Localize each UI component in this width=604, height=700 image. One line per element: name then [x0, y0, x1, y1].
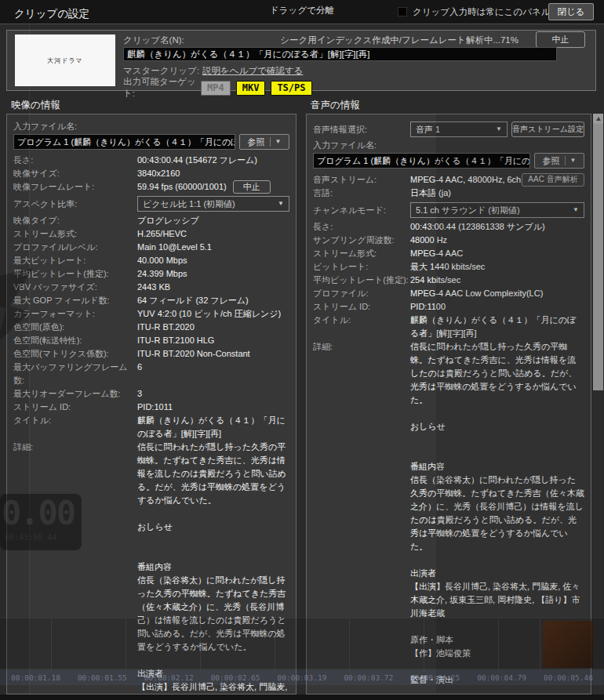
row-value: H.265/HEVC — [137, 227, 187, 241]
audio-info-row: 長さ: 00:43:00.44 (123861338 サンプル) — [313, 220, 584, 234]
audio-select[interactable]: 音声 1 ▼ — [410, 122, 508, 137]
row-value: ITU-R BT.2100 HLG — [137, 334, 214, 347]
audio-select-value: 音声 1 — [416, 124, 440, 136]
aspect-ratio-select[interactable]: ピクセル比 1:1 (初期値) ▼ — [137, 196, 289, 212]
audio-info-panel: 音声情報選択: 音声 1 ▼ 音声ストリーム設定 入力ファイル名: プログラム … — [306, 114, 591, 695]
close-button[interactable]: 閉じる — [548, 3, 594, 20]
row-value: 3840x2160 — [137, 167, 180, 180]
row-label: 色空間(転送特性): — [13, 334, 137, 347]
language-label: 言語: — [313, 187, 410, 200]
clip-name-input[interactable]: 麒麟（きりん）がくる（４１）「月にのぼる者」[解][字][再] — [123, 47, 557, 61]
audio-stream-row: 音声ストリーム: MPEG-4 AAC, 48000Hz, 6ch (PID A… — [313, 172, 584, 187]
framerate-value: 59.94 fps (60000/1001) — [137, 180, 227, 194]
video-title-value: 麒麟（きりん）がくる（４１）「月にのぼる者」[解][字][再] — [137, 414, 289, 441]
video-detail-row: 詳細: 信長に問われたが隠し持った久秀の平蜘蛛。たずねてきた秀吉に、光秀は情報を… — [13, 441, 289, 695]
index-abort-button[interactable]: 中止 — [536, 31, 585, 48]
scrollbar-up-arrow-icon[interactable] — [593, 114, 603, 124]
audio-select-label: 音声情報選択: — [313, 124, 410, 136]
video-title-label: タイトル: — [13, 414, 137, 427]
output-targets-label: 出力可能ターゲット: — [123, 76, 201, 100]
channel-mode-select[interactable]: 5.1 ch サラウンド (初期値) ▼ — [410, 202, 584, 218]
row-label: プロファイル/レベル: — [13, 241, 137, 254]
aspect-ratio-row: アスペクト比率: ピクセル比 1:1 (初期値) ▼ — [13, 196, 289, 212]
row-value: 00:43:00.44 (123861338 サンプル) — [410, 220, 545, 234]
row-value: ITU-R BT.2020 Non-Constant — [137, 347, 250, 361]
audio-detail-label: 詳細: — [313, 340, 410, 354]
row-label: 平均ビットレート(推定): — [313, 274, 410, 287]
chevron-down-icon: ▼ — [496, 126, 502, 132]
audio-info-row: サンプリング周波数: 48000 Hz — [313, 234, 584, 247]
video-info-row: 長さ: 00:43:00.44 (154672 フレーム) — [13, 154, 289, 167]
row-label: 長さ: — [13, 154, 137, 167]
row-value: 24.399 Mbps — [137, 267, 187, 281]
audio-info-row: ストリーム形式: MPEG-4 AAC — [313, 247, 584, 260]
drag-to-detach-label[interactable]: ドラッグで分離 — [270, 5, 334, 16]
video-detail-value: 信長に問われたが隠し持った久秀の平蜘蛛。たずねてきた秀吉に、光秀は情報を流したの… — [137, 441, 289, 695]
video-info-row: 映像タイプ: プログレッシブ — [13, 214, 289, 227]
masterclip-label: マスタークリップ: — [123, 66, 199, 75]
audio-stream-value: MPEG-4 AAC, 48000Hz, 6ch (PID — [410, 175, 522, 184]
row-label: プロファイル: — [313, 287, 410, 300]
thumbnail-text: 大河ドラマ — [47, 56, 83, 65]
masterclip-row: マスタークリップ:説明をヘルプで確認する — [123, 65, 303, 77]
video-info-row: 最大 GOP フィールド数: 64 フィールド (32 フレーム) — [13, 294, 289, 307]
divider — [270, 137, 271, 147]
scrollbar-thumb[interactable] — [593, 124, 603, 390]
video-browse-button[interactable]: 参照 ▼ — [239, 134, 289, 150]
channel-mode-label: チャンネルモード: — [313, 205, 410, 216]
video-info-row: カラーフォーマット: YUV 4:2:0 (10 ビット/ch 圧縮レンジ) — [13, 307, 289, 321]
audio-info-row: プロファイル: MPEG-4 AAC Low Complexity(LC) — [313, 287, 584, 300]
divider — [565, 156, 566, 165]
target-mkv-badge[interactable]: MKV — [236, 81, 266, 96]
audio-title-value: 麒麟（きりん）がくる（４１）「月にのぼる者」[解][字][再] — [410, 314, 584, 340]
clip-summary-box: 大河ドラマ クリップ名(N): シーク用インデックス作成中/フレームレート解析中… — [6, 30, 596, 91]
audio-stream-settings-button[interactable]: 音声ストリーム設定 — [511, 122, 584, 137]
row-label: ストリーム形式: — [13, 227, 137, 241]
row-label: 最大リオーダーフレーム数: — [13, 387, 137, 401]
video-input-file-field[interactable]: プログラム 1 (麒麟（きりん）がくる（４１）「月にのぼる者」[解][字][再]… — [13, 134, 235, 150]
audio-title-label: タイトル: — [313, 314, 410, 327]
row-label: 色空間(原色): — [13, 321, 137, 334]
audio-detail-value: 信長に問われたが隠し持った久秀の平蜘蛛。たずねてきた秀吉に、光秀は情報を流したの… — [410, 340, 584, 695]
row-label: 長さ: — [313, 220, 410, 234]
row-label: 最大ビットレート: — [13, 254, 137, 267]
video-info-panel: 入力ファイル名: プログラム 1 (麒麟（きりん）がくる（４１）「月にのぼる者」… — [6, 114, 297, 695]
video-browse-label: 参照 — [248, 136, 265, 148]
aspect-ratio-value: ピクセル比 1:1 (初期値) — [143, 198, 235, 210]
audio-browse-button[interactable]: 参照 ▼ — [534, 153, 584, 169]
video-input-file-label: 入力ファイル名: — [13, 121, 289, 132]
row-label: 平均ビットレート(推定): — [13, 267, 137, 281]
framerate-abort-button[interactable]: 中止 — [233, 180, 271, 194]
row-label: サンプリング周波数: — [313, 234, 410, 247]
row-value: 最大 1440 kbits/sec — [410, 260, 485, 274]
video-info-row: 最大リオーダーフレーム数: 3 — [13, 387, 289, 401]
target-tsps-badge[interactable]: TS/PS — [271, 81, 311, 96]
row-value: 254 kbits/sec — [410, 274, 460, 287]
audio-panel-scrollbar[interactable] — [593, 114, 603, 695]
row-value: 64 フィールド (32 フレーム) — [137, 294, 249, 307]
top-bar: クリップの設定 ドラッグで分離 クリップ入力時は常にこのパネルを開く 閉じる — [0, 0, 604, 24]
row-value: PID:1100 — [410, 300, 446, 314]
row-value: MPEG-4 AAC Low Complexity(LC) — [410, 287, 543, 300]
index-progress-status: シーク用インデックス作成中/フレームレート解析中...71% — [280, 34, 518, 46]
row-value: YUV 4:2:0 (10 ビット/ch 圧縮レンジ) — [137, 307, 281, 321]
framerate-label: 映像フレームレート: — [13, 180, 137, 194]
audio-input-file-field[interactable]: プログラム 1 (麒麟（きりん）がくる（４１）「月にのぼる者」[解][字][再]… — [313, 153, 530, 169]
row-value: 48000 Hz — [410, 234, 447, 247]
video-info-row: プロファイル/レベル: Main 10@Level 5.1 — [13, 241, 289, 254]
video-info-row: 最大ビットレート: 40.000 Mbps — [13, 254, 289, 267]
video-info-row: 色空間(原色): ITU-R BT.2020 — [13, 321, 289, 334]
video-info-row: 色空間(マトリクス係数): ITU-R BT.2020 Non-Constant — [13, 347, 289, 361]
page-title: クリップの設定 — [14, 7, 89, 21]
aac-analyze-button[interactable]: AAC 音声解析 — [522, 173, 584, 187]
audio-language-row: 言語: 日本語 (ja) — [313, 187, 584, 200]
aspect-ratio-label: アスペクト比率: — [13, 198, 137, 210]
open-panel-checkbox[interactable] — [398, 7, 407, 16]
chevron-down-icon: ▼ — [573, 207, 579, 213]
masterclip-help-link[interactable]: 説明をヘルプで確認する — [202, 66, 303, 75]
audio-info-header: 音声の情報 — [311, 99, 360, 112]
row-label: ビットレート: — [313, 260, 410, 274]
target-mp4-badge: MP4 — [201, 81, 231, 96]
video-detail-label: 詳細: — [13, 441, 137, 454]
clip-thumbnail: 大河ドラマ — [15, 34, 115, 86]
